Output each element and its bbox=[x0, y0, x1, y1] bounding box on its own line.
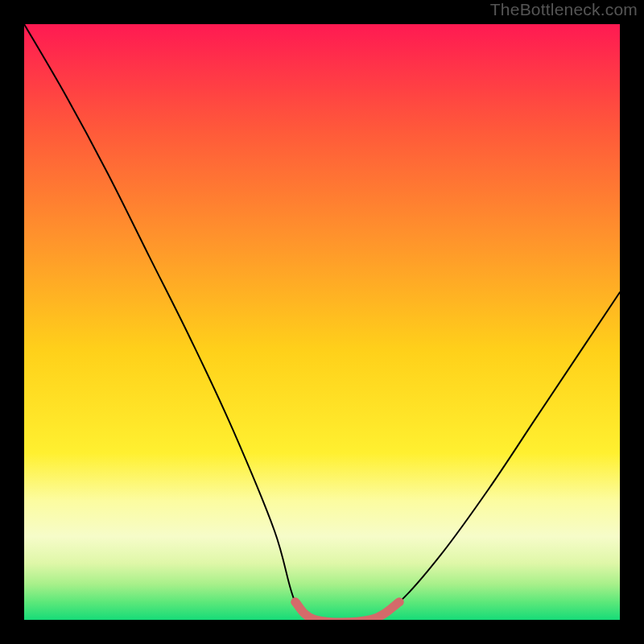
watermark-text: TheBottleneck.com bbox=[490, 0, 638, 19]
chart-frame: TheBottleneck.com bbox=[0, 0, 644, 644]
plot-area bbox=[24, 24, 620, 620]
plot-svg bbox=[24, 24, 620, 620]
gradient-rect bbox=[24, 24, 620, 620]
